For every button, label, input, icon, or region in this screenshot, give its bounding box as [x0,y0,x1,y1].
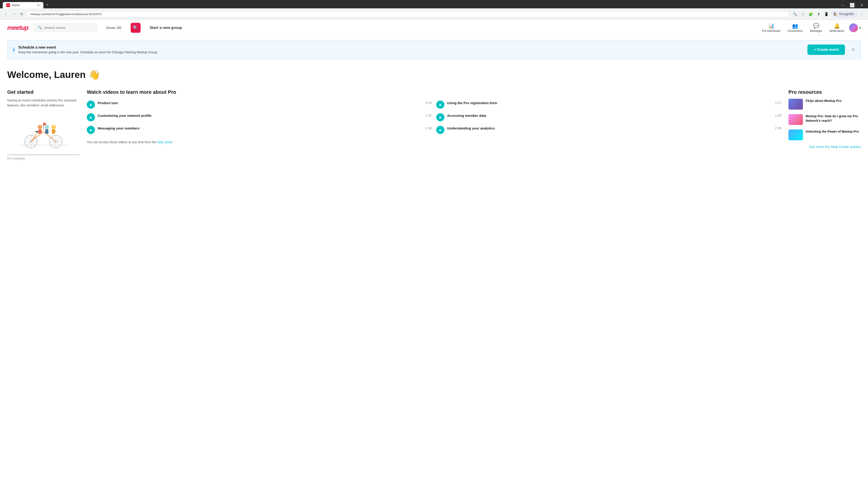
resource-item[interactable]: Unlocking the Power of Meetup Pro [788,129,861,140]
svg-point-25 [51,125,56,129]
videos-section: Watch videos to learn more about Pro Pro… [87,89,781,160]
resource-text: Unlocking the Power of Meetup Pro [806,129,859,134]
forward-button[interactable]: → [11,11,17,17]
help-center-link[interactable]: help center [157,140,173,144]
address-bar[interactable]: meetup.com/home/?suggested=true&source=E… [26,11,789,18]
resource-thumbnail [788,99,803,109]
messages-label: Messages [810,29,822,33]
restore-button[interactable]: ⬜ [848,2,857,8]
pro-resources-title: Pro resources [788,89,861,95]
video-info: Using the Pro registration form 1:17 [447,101,781,106]
location-display[interactable]: Dover, DE [103,26,125,30]
site-header: meetup 🔍 Dover, DE 🔍 Start a new group 📊… [0,20,868,36]
new-tab-button[interactable]: + [44,2,51,8]
play-button[interactable] [436,101,444,109]
more-options-icon[interactable]: ⋮ [859,11,865,17]
videos-note-suffix: . [173,140,174,144]
url-display: meetup.com/home/?suggested=true&source=E… [30,12,102,16]
bookmark-icon[interactable]: ☆ [800,11,806,17]
back-button[interactable]: ← [3,11,9,17]
video-item: Product tour 3:19 [87,101,432,109]
get-started-description: Having an event scheduled unlocks Pro ex… [7,98,80,108]
pro-dashboard-label: Pro Dashboard [762,29,780,33]
videos-note: You can access these videos at any time … [87,140,781,144]
play-button[interactable] [87,113,95,121]
connections-icon: 👥 [792,23,798,29]
browser-chrome: m Home ✕ + ─ ⬜ ✕ [0,0,868,8]
video-duration: 1:43 [775,113,781,117]
connections-label: Connections [787,29,803,33]
browser-toolbar: ← → ↻ meetup.com/home/?suggested=true&so… [0,8,868,20]
messages-nav-item[interactable]: 💬 Messages [807,22,825,33]
search-toolbar-icon[interactable]: 🔍 [792,11,799,17]
progress-label: 0% Complete [7,157,80,160]
browser-tabs: m Home ✕ + ─ ⬜ ✕ [3,2,865,8]
toolbar-actions: 🔍 ☆ 🧩 ⬇ 📱 🕵 Incognito ⋮ [792,10,865,18]
progress-bar-container: 0% Complete [7,154,80,160]
get-started-section: Get started Having an event scheduled un… [7,89,80,160]
bike-illustration [14,113,73,150]
resource-thumbnail [788,129,803,140]
play-button[interactable] [436,113,444,121]
connections-nav-item[interactable]: 👥 Connections [785,22,805,33]
video-title: Customizing your network profile [98,113,151,118]
close-button[interactable]: ✕ [858,2,865,8]
tab-favicon: m [6,3,10,7]
user-menu-chevron-icon[interactable]: ▾ [859,26,861,30]
video-duration: 1:41 [426,113,432,117]
pro-dashboard-nav-item[interactable]: 📊 Pro Dashboard [759,22,783,33]
videos-note-prefix: You can access these videos at any time … [87,140,157,144]
search-icon: 🔍 [38,26,42,30]
banner-title: Schedule a new event [18,45,804,50]
banner-content: Schedule a new event Keep the momentum g… [18,45,804,54]
video-title: Understanding your analytics [447,126,495,131]
resource-item[interactable]: FAQs about Meetup Pro [788,99,861,109]
see-more-articles-link[interactable]: See more Pro Help Center articles [788,145,861,149]
svg-rect-20 [38,129,41,134]
video-duration: 2:18 [426,126,432,130]
download-icon[interactable]: ⬇ [816,11,822,17]
wave-emoji: 👋 [88,69,100,80]
device-icon[interactable]: 📱 [823,11,830,17]
window-controls: ─ ⬜ ✕ [839,2,865,8]
play-button[interactable] [87,101,95,109]
banner-text: Keep the momentum going in the new year.… [18,51,804,54]
svg-point-19 [38,125,42,129]
page-content: meetup 🔍 Dover, DE 🔍 Start a new group 📊… [0,20,868,485]
video-item: Accessing member data 1:43 [436,113,781,121]
start-group-button[interactable]: Start a new group [146,24,186,32]
search-submit-button[interactable]: 🔍 [131,23,141,33]
resource-item[interactable]: Meetup Pro: How do I grow my Pro Network… [788,114,861,125]
reload-button[interactable]: ↻ [19,11,25,17]
tab-title: Home [12,3,20,7]
get-started-title: Get started [7,89,80,95]
minimize-button[interactable]: ─ [839,2,846,8]
create-event-button[interactable]: + Create event [807,44,845,55]
search-bar[interactable]: 🔍 [34,24,97,32]
meetup-logo[interactable]: meetup [7,24,29,31]
tab-close-button[interactable]: ✕ [37,3,40,7]
video-info: Customizing your network profile 1:41 [98,113,432,119]
video-info: Understanding your analytics 2:36 [447,126,781,131]
progress-bar-track [7,154,80,156]
videos-grid: Product tour 3:19 Using the Pro registra… [87,101,781,134]
resource-text: Meetup Pro: How do I grow my Pro Network… [806,114,861,123]
notifications-nav-item[interactable]: 🔔 Notifications [827,22,847,33]
svg-point-23 [44,125,49,129]
resources-list: FAQs about Meetup Pro Meetup Pro: How do… [788,99,861,140]
video-duration: 3:19 [426,101,432,105]
play-button[interactable] [87,126,95,134]
video-info: Accessing member data 1:43 [447,113,781,119]
active-tab[interactable]: m Home ✕ [3,2,43,8]
notifications-icon: 🔔 [834,23,840,29]
video-item: Messaging your members 2:18 [87,126,432,134]
play-button[interactable] [436,126,444,134]
video-info: Product tour 3:19 [98,101,432,106]
svg-rect-26 [52,129,55,134]
schedule-event-banner: ℹ Schedule a new event Keep the momentum… [7,40,861,59]
extensions-icon[interactable]: 🧩 [807,11,814,17]
user-avatar[interactable] [849,23,858,33]
search-input[interactable] [44,26,93,30]
banner-close-button[interactable]: ✕ [851,47,855,53]
progress-bar-fill [7,154,8,156]
